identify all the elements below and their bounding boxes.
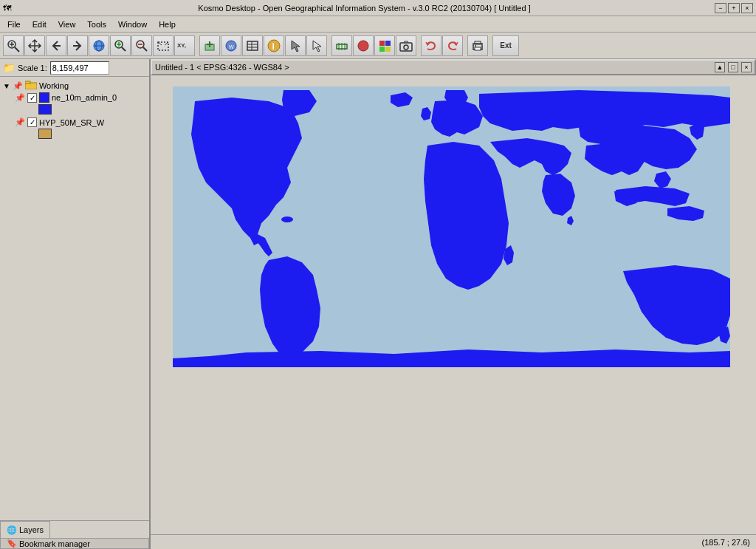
deselect-btn[interactable] — [306, 35, 327, 56]
svg-rect-45 — [25, 81, 30, 83]
map-panel: Untitled - 1 < EPSG:4326 - WGS84 > ▲ □ × — [151, 59, 756, 549]
layer-ne10m[interactable]: 📌 ✓ ne_10m_admin_0 — [1, 92, 148, 103]
zoom-out-btn[interactable] — [131, 35, 152, 56]
bookmark-label: Bookmark manager — [19, 539, 90, 548]
scale-bar: 📁 Scale 1: — [0, 59, 149, 77]
group-folder-icon — [25, 81, 37, 91]
svg-rect-34 — [379, 41, 385, 46]
undo-btn[interactable] — [421, 35, 441, 56]
svg-text:i: i — [272, 41, 275, 52]
close-button[interactable]: × — [741, 3, 753, 13]
zoom-box[interactable] — [153, 35, 173, 56]
svg-line-1 — [15, 47, 19, 52]
world-map — [173, 86, 730, 367]
tabs-bar: 🌐 Layers — [0, 520, 149, 538]
group-pin-icon: 📌 — [13, 81, 23, 91]
minimize-button[interactable]: − — [715, 3, 726, 13]
zoom-in-tool[interactable] — [3, 35, 24, 56]
select-btn[interactable] — [285, 35, 306, 56]
map-header-inner: Untitled - 1 < EPSG:4326 - WGS84 > — [155, 63, 712, 72]
menu-item-file[interactable]: File — [1, 16, 27, 32]
layer-legend-1 — [1, 103, 148, 117]
svg-line-12 — [143, 47, 147, 51]
measure-btn[interactable] — [331, 35, 352, 56]
pan-tool[interactable] — [24, 35, 45, 56]
layer-name-1: ne_10m_admin_0 — [52, 93, 117, 102]
layer-checkbox-1[interactable]: ✓ — [27, 93, 37, 103]
coordinates: (185.7 ; 27.6) — [702, 538, 750, 547]
layer-pin-2: 📌 — [15, 117, 25, 127]
left-panel: 📁 Scale 1: ▼ 📌 Working 📌 ✓ — [0, 59, 151, 549]
window-controls: − + × — [715, 3, 753, 13]
zoom-prev[interactable] — [46, 35, 66, 56]
xy-coords[interactable]: XY, — [174, 35, 195, 56]
menu-bar: FileEditViewToolsWindowHelp — [0, 16, 756, 33]
status-bar: (185.7 ; 27.6) — [151, 534, 756, 549]
layers-tab-label: Layers — [19, 525, 44, 534]
add-layer-btn[interactable] — [199, 35, 220, 56]
layer-tree: ▼ 📌 Working 📌 ✓ ne_10m_admin_0 — [0, 77, 149, 520]
map-restore-btn[interactable]: □ — [728, 62, 738, 72]
menu-item-help[interactable]: Help — [153, 16, 182, 32]
svg-point-47 — [281, 216, 293, 222]
svg-rect-42 — [475, 47, 481, 50]
add-wms-btn[interactable]: W — [221, 35, 241, 56]
app-icon: 🗺 — [3, 4, 11, 13]
style-btn[interactable] — [353, 35, 374, 56]
refresh-view[interactable] — [89, 35, 109, 56]
menu-item-edit[interactable]: Edit — [27, 16, 52, 32]
layer-checkbox-2[interactable]: ✓ — [27, 117, 37, 127]
map-close-btn[interactable]: × — [741, 62, 752, 72]
svg-text:XY,: XY, — [177, 42, 186, 49]
group-name: Working — [39, 81, 69, 90]
svg-point-39 — [404, 45, 408, 50]
svg-rect-37 — [385, 47, 391, 52]
layer-group-header[interactable]: ▼ 📌 Working — [1, 80, 148, 92]
layer-legend-swatch-1 — [38, 104, 52, 115]
menu-item-tools[interactable]: Tools — [81, 16, 112, 32]
zoom-next[interactable] — [67, 35, 88, 56]
menu-item-window[interactable]: Window — [112, 16, 153, 32]
scale-label: Scale 1: — [18, 64, 47, 72]
toolbar: XY, W i — [0, 33, 756, 59]
print-btn[interactable] — [467, 35, 488, 56]
map-minimize-btn[interactable]: ▲ — [715, 62, 725, 72]
svg-rect-23 — [247, 41, 258, 50]
svg-rect-35 — [385, 41, 391, 46]
layer-legend-swatch-2 — [38, 129, 52, 139]
svg-point-33 — [358, 41, 368, 51]
layer-hyp50m[interactable]: 📌 ✓ HYP_50M_SR_W — [1, 117, 148, 128]
title-bar: 🗺 Kosmo Desktop - Open Geographical Info… — [0, 0, 756, 16]
color-btn[interactable] — [374, 35, 395, 56]
layer-name-2: HYP_50M_SR_W — [39, 118, 104, 127]
redo-btn[interactable] — [442, 35, 463, 56]
bottom-tabs: 🌐 Layers 🔖 Bookmark manager — [0, 520, 149, 549]
svg-line-8 — [122, 47, 126, 51]
maximize-button[interactable]: + — [728, 3, 740, 13]
bookmark-icon: 🔖 — [7, 539, 17, 548]
layers-tab-icon: 🌐 — [7, 525, 17, 535]
layer-legend-2 — [1, 128, 148, 141]
screenshot-btn[interactable] — [396, 35, 416, 56]
bookmark-tab[interactable]: 🔖 Bookmark manager — [0, 538, 149, 549]
layer-thumb-1 — [39, 92, 49, 103]
scale-input[interactable] — [50, 61, 109, 75]
layers-tab[interactable]: 🌐 Layers — [0, 521, 50, 538]
layer-group-working: ▼ 📌 Working 📌 ✓ ne_10m_admin_0 — [1, 80, 148, 141]
svg-rect-36 — [379, 47, 385, 52]
info-btn[interactable]: i — [264, 35, 284, 56]
window-title: Kosmo Desktop - Open Geographical Inform… — [14, 4, 715, 13]
ext-btn[interactable]: Ext — [492, 35, 519, 56]
map-title: Untitled - 1 < EPSG:4326 - WGS84 > — [155, 63, 289, 72]
svg-text:W: W — [229, 44, 234, 50]
svg-point-43 — [475, 45, 476, 47]
map-header: Untitled - 1 < EPSG:4326 - WGS84 > ▲ □ × — [151, 59, 756, 75]
layer-pin-1: 📌 — [15, 93, 25, 103]
zoom-in-btn[interactable] — [110, 35, 131, 56]
map-container[interactable] — [151, 75, 756, 534]
group-expand-icon: ▼ — [3, 82, 10, 90]
menu-item-view[interactable]: View — [52, 16, 82, 32]
attribute-table[interactable] — [242, 35, 263, 56]
